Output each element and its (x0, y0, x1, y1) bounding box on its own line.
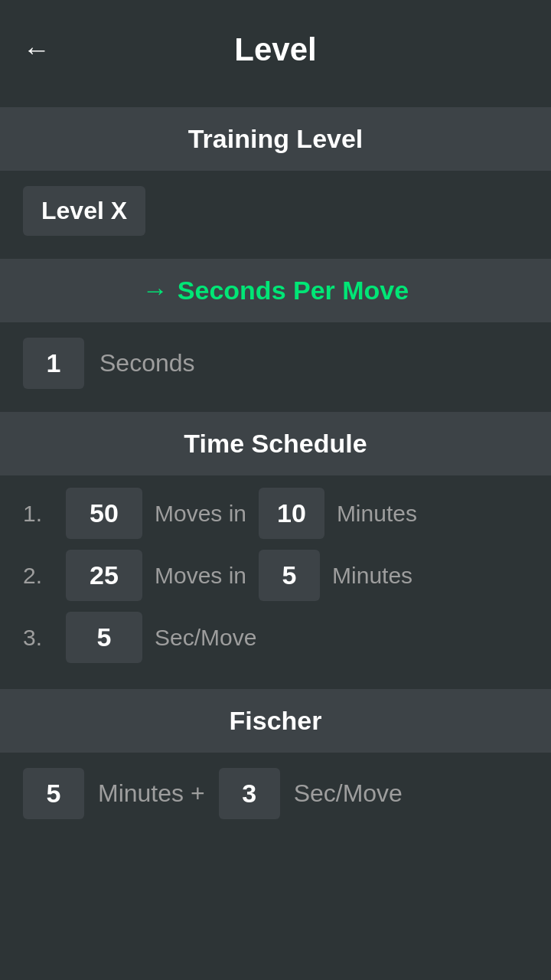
seconds-unit: Seconds (99, 349, 195, 377)
level-selector-row: Level X (0, 171, 551, 251)
moves-value-2[interactable]: 25 (66, 550, 142, 601)
back-icon: ← (23, 34, 51, 65)
moves-label-2: Moves in (155, 563, 246, 589)
time-value-1[interactable]: 10 (259, 488, 324, 539)
header: ← Level (0, 0, 551, 100)
time-schedule-header: Time Schedule (0, 412, 551, 475)
fischer-row: 5 Minutes + 3 Sec/Move (0, 753, 551, 835)
fischer-minutes-value[interactable]: 5 (23, 768, 84, 819)
row-number-1: 1. (23, 501, 54, 527)
time-unit-2: Minutes (332, 563, 412, 589)
page-title: Level (234, 31, 316, 68)
seconds-per-move-section: → Seconds Per Move 1 Seconds (0, 259, 551, 404)
fischer-sec-unit: Sec/Move (294, 779, 403, 808)
fischer-section: Fischer 5 Minutes + 3 Sec/Move (0, 689, 551, 835)
schedule-rows: 1. 50 Moves in 10 Minutes 2. 25 Moves in… (0, 475, 551, 681)
moves-label-1: Moves in (155, 501, 246, 527)
moves-value-1[interactable]: 50 (66, 488, 142, 539)
seconds-per-move-label: Seconds Per Move (178, 276, 409, 305)
moves-value-3[interactable]: 5 (66, 612, 142, 663)
seconds-row: 1 Seconds (0, 322, 551, 404)
fischer-minutes-unit: Minutes + (98, 779, 205, 808)
row-number-3: 3. (23, 625, 54, 651)
moves-label-3: Sec/Move (155, 625, 256, 651)
seconds-per-move-header[interactable]: → Seconds Per Move (0, 259, 551, 322)
time-value-2[interactable]: 5 (259, 550, 320, 601)
row-number-2: 2. (23, 563, 54, 589)
schedule-row-3: 3. 5 Sec/Move (23, 612, 528, 663)
fischer-header: Fischer (0, 689, 551, 753)
back-button[interactable]: ← (23, 34, 51, 66)
schedule-row-1: 1. 50 Moves in 10 Minutes (23, 488, 528, 539)
time-unit-1: Minutes (337, 501, 417, 527)
training-level-section: Training Level Level X (0, 107, 551, 251)
fischer-sec-value[interactable]: 3 (219, 768, 280, 819)
level-badge[interactable]: Level X (23, 186, 145, 236)
seconds-value[interactable]: 1 (23, 338, 84, 389)
schedule-row-2: 2. 25 Moves in 5 Minutes (23, 550, 528, 601)
arrow-icon: → (142, 276, 168, 305)
time-schedule-section: Time Schedule 1. 50 Moves in 10 Minutes … (0, 412, 551, 681)
training-level-header: Training Level (0, 107, 551, 171)
